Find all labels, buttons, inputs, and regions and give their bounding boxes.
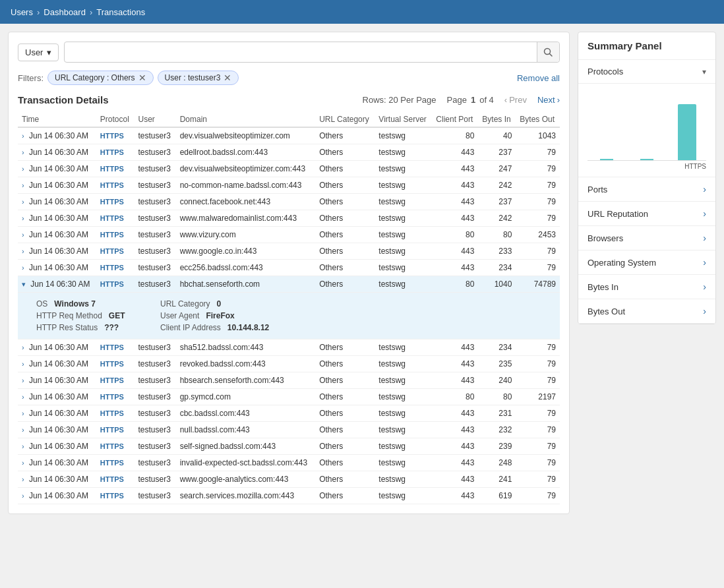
row-expand-toggle[interactable]: › bbox=[22, 343, 24, 351]
row-expand-toggle[interactable]: › bbox=[22, 360, 24, 368]
cell-bytes-out: 79 bbox=[516, 260, 560, 276]
cell-protocol: HTTPS bbox=[96, 127, 135, 144]
cell-vserver: testswg bbox=[375, 127, 432, 144]
search-button[interactable] bbox=[537, 42, 559, 62]
row-expand-toggle[interactable]: › bbox=[22, 181, 24, 189]
cell-vserver: testswg bbox=[375, 422, 432, 438]
browsers-row[interactable]: Browsers › bbox=[578, 226, 715, 250]
row-expand-toggle[interactable]: › bbox=[22, 426, 24, 434]
protocol-badge: HTTPS bbox=[100, 376, 124, 384]
nav-transactions[interactable]: Transactions bbox=[96, 7, 145, 17]
cell-bytes-out: 79 bbox=[516, 372, 560, 389]
cell-protocol: HTTPS bbox=[96, 356, 135, 372]
row-expand-toggle[interactable]: › bbox=[22, 264, 24, 272]
row-expand-toggle[interactable]: › bbox=[22, 148, 24, 156]
cell-user: testuser3 bbox=[135, 276, 176, 293]
cell-bytes-in: 231 bbox=[478, 405, 516, 422]
cell-domain: edellroot.badssl.com:443 bbox=[176, 144, 316, 161]
cell-bytes-in: 40 bbox=[478, 127, 516, 144]
cell-vserver: testswg bbox=[375, 227, 432, 243]
row-expand-toggle[interactable]: ▾ bbox=[22, 280, 26, 289]
cell-bytes-in: 248 bbox=[478, 455, 516, 471]
expand-url-cat-value: 0 bbox=[217, 299, 222, 309]
row-expand-toggle[interactable]: › bbox=[22, 492, 24, 500]
cell-category: Others bbox=[315, 438, 375, 455]
user-select[interactable]: User ▾ bbox=[18, 44, 59, 61]
table-row: › Jun 14 06:30 AM HTTPS testuser3 null.b… bbox=[18, 422, 560, 438]
table-row: › Jun 14 06:30 AM HTTPS testuser3 hbsear… bbox=[18, 372, 560, 389]
filter-tag-url-category-text: URL Category : Others bbox=[55, 73, 135, 82]
cell-user: testuser3 bbox=[135, 356, 176, 372]
https-chart-label: HTTPS bbox=[684, 163, 706, 170]
cell-domain: no-common-name.badssl.com:443 bbox=[176, 177, 316, 194]
row-expand-toggle[interactable]: › bbox=[22, 459, 24, 467]
url-reputation-row[interactable]: URL Reputation › bbox=[578, 202, 715, 225]
protocol-badge: HTTPS bbox=[100, 165, 124, 173]
filters-row: Filters: URL Category : Others ✕ User : … bbox=[18, 71, 560, 85]
cell-user: testuser3 bbox=[135, 455, 176, 471]
cell-bytes-in: 619 bbox=[478, 488, 516, 504]
cell-domain: www.vizury.com bbox=[176, 227, 316, 243]
row-expand-toggle[interactable]: › bbox=[22, 231, 24, 239]
ports-row[interactable]: Ports › bbox=[578, 177, 715, 201]
bytes-out-row[interactable]: Bytes Out › bbox=[578, 299, 715, 323]
cell-bytes-out: 79 bbox=[516, 438, 560, 455]
expand-client-ip-value: 10.144.8.12 bbox=[227, 323, 269, 332]
cell-category: Others bbox=[315, 177, 375, 194]
cell-vserver: testswg bbox=[375, 372, 432, 389]
table-row: › Jun 14 06:30 AM HTTPS testuser3 sha512… bbox=[18, 339, 560, 356]
cell-port: 443 bbox=[432, 339, 478, 356]
prev-button[interactable]: ‹ Prev bbox=[504, 95, 527, 105]
filter-tag-url-category-remove[interactable]: ✕ bbox=[138, 73, 146, 82]
row-expand-toggle[interactable]: › bbox=[22, 442, 24, 450]
bytes-in-row[interactable]: Bytes In › bbox=[578, 275, 715, 299]
cell-user: testuser3 bbox=[135, 161, 176, 177]
cell-port: 443 bbox=[432, 194, 478, 210]
search-box bbox=[64, 42, 560, 63]
cell-bytes-out: 79 bbox=[516, 243, 560, 260]
row-expand-toggle[interactable]: › bbox=[22, 198, 24, 206]
cell-time: › Jun 14 06:30 AM bbox=[18, 194, 96, 210]
cell-bytes-out: 2453 bbox=[516, 227, 560, 243]
cell-port: 80 bbox=[432, 389, 478, 405]
row-expand-toggle[interactable]: › bbox=[22, 247, 24, 255]
protocols-header[interactable]: Protocols ▾ bbox=[578, 60, 715, 84]
nav-dashboard[interactable]: Dashboard bbox=[44, 7, 86, 17]
cell-bytes-in: 232 bbox=[478, 422, 516, 438]
row-expand-toggle[interactable]: › bbox=[22, 409, 24, 417]
row-expand-toggle[interactable]: › bbox=[22, 214, 24, 222]
nav-users[interactable]: Users bbox=[11, 7, 33, 17]
col-bytes-in: Bytes In bbox=[478, 112, 516, 127]
cell-time: › Jun 14 06:30 AM bbox=[18, 177, 96, 194]
cell-port: 443 bbox=[432, 260, 478, 276]
cell-time: › Jun 14 06:30 AM bbox=[18, 405, 96, 422]
protocol-badge: HTTPS bbox=[100, 442, 124, 450]
filter-tag-user-remove[interactable]: ✕ bbox=[224, 73, 231, 82]
cell-bytes-in: 242 bbox=[478, 210, 516, 227]
search-input[interactable] bbox=[65, 47, 536, 57]
row-expand-toggle[interactable]: › bbox=[22, 475, 24, 483]
row-expand-toggle[interactable]: › bbox=[22, 376, 24, 384]
cell-domain: revoked.badssl.com:443 bbox=[176, 356, 316, 372]
row-expand-toggle[interactable]: › bbox=[22, 165, 24, 173]
expand-os-label: OS bbox=[36, 299, 47, 309]
expand-http-res: HTTP Res Status ??? bbox=[36, 323, 155, 332]
cell-protocol: HTTPS bbox=[96, 177, 135, 194]
cell-protocol: HTTPS bbox=[96, 455, 135, 471]
protocols-chevron-icon: ▾ bbox=[702, 67, 706, 76]
row-expand-toggle[interactable]: › bbox=[22, 393, 24, 401]
col-virtual-server: Virtual Server bbox=[375, 112, 432, 127]
url-reputation-section: URL Reputation › bbox=[578, 202, 715, 226]
expand-http-req-label: HTTP Req Method bbox=[36, 311, 102, 320]
expand-http-res-value: ??? bbox=[104, 323, 119, 332]
row-expand-toggle[interactable]: › bbox=[22, 132, 24, 140]
protocol-badge: HTTPS bbox=[100, 148, 124, 156]
remove-all-button[interactable]: Remove all bbox=[517, 73, 560, 83]
next-label: Next bbox=[537, 95, 555, 105]
next-button[interactable]: Next › bbox=[537, 95, 560, 105]
current-page: 1 bbox=[471, 95, 475, 105]
col-domain: Domain bbox=[176, 112, 316, 127]
operating-system-row[interactable]: Operating System › bbox=[578, 250, 715, 274]
cell-user: testuser3 bbox=[135, 260, 176, 276]
expand-url-cat: URL Category 0 bbox=[160, 299, 279, 309]
